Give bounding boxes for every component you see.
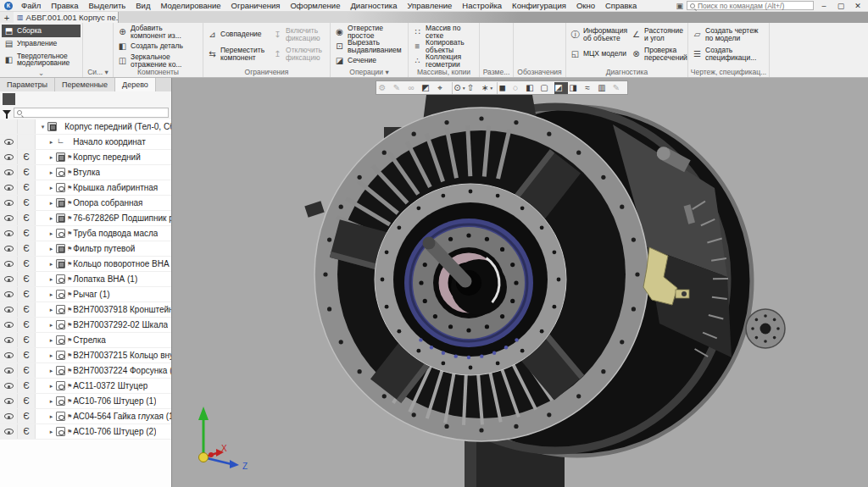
- create-drawing-button[interactable]: ▱Создать чертеж по модели: [690, 25, 767, 44]
- minimize-button[interactable]: –: [817, 2, 831, 10]
- expander-icon[interactable]: ▸: [47, 169, 55, 176]
- visibility-toggle[interactable]: [0, 119, 18, 134]
- quick-display-icon[interactable]: ◨▼: [569, 82, 582, 94]
- menu-item-справка[interactable]: Справка: [600, 1, 642, 10]
- create-part-button[interactable]: ◧Создать деталь: [115, 39, 201, 53]
- spec-section-mark[interactable]: Є: [18, 409, 36, 423]
- section-label-system[interactable]: Си... ▾: [85, 68, 111, 77]
- visibility-toggle[interactable]: [0, 394, 18, 408]
- move-component-button[interactable]: ⇆Переместить компонент: [205, 44, 270, 64]
- placement-icon[interactable]: ◩▼: [421, 82, 435, 94]
- spec-section-mark[interactable]: Є: [18, 363, 36, 378]
- menu-item-управление[interactable]: Управление: [403, 1, 458, 10]
- visibility-toggle[interactable]: [0, 424, 18, 439]
- local-csys-icon[interactable]: ⌖▼: [436, 82, 449, 94]
- spec-section-mark[interactable]: Є: [18, 333, 36, 347]
- tree-item[interactable]: Є ▸ ⚑ Стрелка: [0, 333, 171, 348]
- maximize-button[interactable]: ▢: [834, 2, 848, 10]
- spec-section-mark[interactable]: Є: [18, 135, 36, 149]
- spec-section-mark[interactable]: Є: [18, 302, 36, 317]
- tree-item[interactable]: Є ▸ ⚑ Труба подвода масла: [0, 226, 171, 241]
- section-label-modes[interactable]: ⌄: [2, 69, 81, 77]
- tree-item[interactable]: Є ▸ ⚑ АС10-706 Штуцер (1): [0, 394, 171, 409]
- close-button[interactable]: ✕: [851, 2, 865, 10]
- select-region-icon[interactable]: ▢▼: [540, 82, 554, 94]
- spec-section-mark[interactable]: Є: [18, 226, 36, 241]
- coincide-button[interactable]: ⊿Совпадение: [205, 25, 270, 44]
- roughness-icon[interactable]: [517, 39, 529, 51]
- shaded-icon[interactable]: ◼▼: [497, 82, 510, 94]
- check-intersections-button[interactable]: ⊗Проверка пересечений: [629, 44, 689, 64]
- marker-icon[interactable]: [531, 25, 543, 37]
- tree-item[interactable]: Є ▸ ⚑ АС11-0372 Штуцер: [0, 379, 171, 394]
- orientation-icon[interactable]: ⇧▼: [466, 82, 480, 94]
- visibility-toggle[interactable]: [0, 196, 18, 210]
- create-specification-button[interactable]: ☰Создать спецификаци...: [690, 44, 767, 64]
- spec-section-mark[interactable]: Є: [18, 211, 36, 225]
- object-info-button[interactable]: ⓘИнформация об объекте: [568, 25, 629, 44]
- section-view-icon[interactable]: ◧▼: [526, 82, 539, 94]
- visibility-toggle[interactable]: [0, 226, 18, 241]
- zoom-icon[interactable]: ⊙▼: [452, 82, 465, 94]
- spec-section-mark[interactable]: Є: [18, 379, 36, 393]
- simple-hole-button[interactable]: ◉Отверстие простое: [332, 25, 406, 39]
- copy-objects-button[interactable]: ≡Копировать объекты: [410, 39, 477, 53]
- expander-icon[interactable]: ▸: [47, 322, 55, 329]
- visibility-toggle[interactable]: [0, 287, 18, 302]
- tree-item[interactable]: Є ▸ ⚑ В2Н70037215 Кольцо внутрен: [0, 348, 171, 363]
- expander-icon[interactable]: ▸: [47, 413, 55, 420]
- expander-icon[interactable]: ▸: [47, 230, 55, 237]
- spec-section-mark[interactable]: Є: [18, 424, 36, 439]
- tolerance-icon[interactable]: [531, 53, 543, 64]
- tree-item[interactable]: Є ▸ ⚑ Опора собранная: [0, 196, 171, 211]
- spec-section-mark[interactable]: Є: [18, 241, 36, 256]
- clip-icon[interactable]: ▥▼: [598, 82, 611, 94]
- mirror-component-button[interactable]: ◫Зеркальное отражение ко...: [115, 53, 201, 68]
- expander-icon[interactable]: ▸: [47, 261, 55, 268]
- section-label-operations[interactable]: Операции ▾: [332, 68, 406, 77]
- spec-section-mark[interactable]: Є: [18, 119, 36, 134]
- view-axes-icon[interactable]: ∗▼: [481, 82, 494, 94]
- preview-icon[interactable]: [101, 25, 113, 37]
- tree-item[interactable]: Є ▸ ⚑ В2Н70037224 Форсунка (1): [0, 363, 171, 379]
- mode-solid-modeling-button[interactable]: ◧Твердотельное моделирование: [2, 50, 81, 69]
- new-tab-button[interactable]: +: [0, 12, 14, 23]
- radial-dimension-icon[interactable]: [498, 25, 509, 37]
- tree-search-box[interactable]: [14, 108, 169, 118]
- tree-item[interactable]: Є ▸ ⚑ 76-672826Р Подшипник ролико: [0, 211, 171, 226]
- visibility-toggle[interactable]: [0, 348, 18, 362]
- wireframe-icon[interactable]: ◌▼: [511, 82, 525, 94]
- menu-item-файл[interactable]: Файл: [16, 1, 46, 10]
- section-button[interactable]: ◪Сечение: [332, 53, 406, 68]
- visibility-toggle[interactable]: [0, 180, 18, 195]
- tree-item[interactable]: Є ▸ ⚑ В2Н70037292-02 Шкала: [0, 318, 171, 333]
- tree-item[interactable]: Є ▸ ⚑ В2Н70037918 Кронштейн: [0, 302, 171, 318]
- visibility-toggle[interactable]: [0, 135, 18, 149]
- command-search-input[interactable]: [698, 2, 810, 10]
- panel-tab-tree[interactable]: Дерево: [115, 78, 156, 91]
- tree-relations-icon[interactable]: [31, 93, 44, 105]
- spec-section-mark[interactable]: Є: [18, 257, 36, 271]
- visibility-toggle[interactable]: [0, 272, 18, 286]
- tree-item[interactable]: Є ▸ ⚑ Фильтр путевой: [0, 241, 171, 257]
- expander-icon[interactable]: ▸: [47, 429, 55, 435]
- tree-item[interactable]: Є ▸ ⚑ Начало координат: [0, 135, 171, 150]
- menu-item-диагностика[interactable]: Диагностика: [345, 1, 402, 10]
- command-search-box[interactable]: [687, 1, 814, 10]
- panel-tab-variables[interactable]: Переменные: [55, 78, 115, 91]
- spec-section-mark[interactable]: Є: [18, 165, 36, 180]
- menu-item-моделирование[interactable]: Моделирование: [155, 1, 225, 10]
- tree-item[interactable]: Є ▸ ⚑ Кольцо поворотное ВНА: [0, 257, 171, 272]
- expander-icon[interactable]: ▸: [47, 368, 55, 374]
- visibility-toggle[interactable]: [0, 409, 18, 423]
- diameter-dimension-icon[interactable]: [483, 53, 495, 64]
- expander-icon[interactable]: ▸: [47, 398, 55, 405]
- visibility-toggle[interactable]: [0, 302, 18, 317]
- grid-array-button[interactable]: ∷Массив по сетке: [410, 25, 477, 39]
- tree-item[interactable]: Є ▸ ⚑ АС10-706 Штуцер (2): [0, 424, 171, 440]
- visibility-toggle[interactable]: [0, 211, 18, 225]
- mode-assembly-button[interactable]: ⬒Сборка: [2, 25, 81, 37]
- expander-icon[interactable]: ▸: [47, 246, 55, 252]
- auto-dimension-icon[interactable]: [483, 25, 495, 37]
- expander-icon[interactable]: ▸: [47, 307, 55, 313]
